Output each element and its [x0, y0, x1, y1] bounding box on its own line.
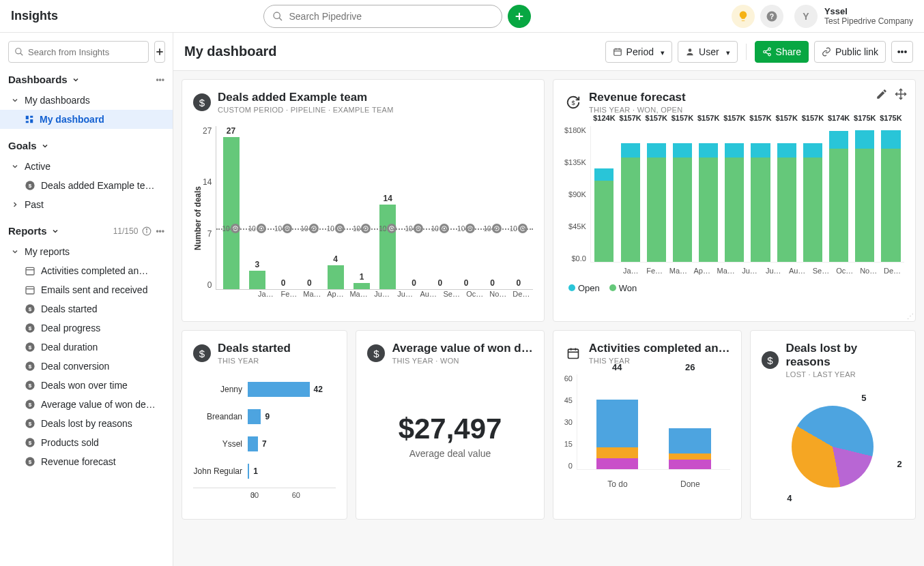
- card-deals-lost: $ Deals lost by reasons LOST · LAST YEAR…: [750, 330, 916, 520]
- sidebar-search-input[interactable]: [28, 47, 143, 57]
- chevron-right-icon: [11, 200, 19, 209]
- dollar-icon: $: [25, 437, 35, 448]
- legend: Open Won: [564, 283, 904, 293]
- goals-section[interactable]: Goals: [0, 134, 173, 157]
- svg-rect-21: [26, 286, 34, 294]
- avatar: Y: [794, 5, 818, 28]
- goal-item[interactable]: $ Deals added Example te…: [0, 176, 173, 195]
- more-icon[interactable]: •••: [156, 226, 164, 236]
- report-item[interactable]: $Deal duration: [0, 338, 173, 357]
- svg-point-62: [365, 228, 367, 230]
- search-icon: [14, 47, 24, 57]
- report-item[interactable]: Emails sent and received: [0, 280, 173, 299]
- report-item[interactable]: $Deals won over time: [0, 376, 173, 395]
- reports-count: 11/150: [113, 226, 139, 236]
- report-item[interactable]: Activities completed an…: [0, 261, 173, 280]
- average-value-display: $27,497 Average deal value: [367, 368, 532, 504]
- help-icon[interactable]: ?: [760, 5, 783, 28]
- svg-point-72: [495, 228, 497, 230]
- chevron-down-icon: [11, 96, 19, 104]
- chevron-down-icon: [51, 227, 59, 235]
- card-subtitle: THIS YEAR: [589, 357, 730, 365]
- dollar-icon: $: [25, 323, 35, 333]
- svg-text:$: $: [29, 325, 32, 331]
- calendar-icon: [564, 344, 582, 362]
- calendar-icon: [25, 284, 35, 295]
- report-label: Average value of won de…: [41, 399, 156, 410]
- report-item[interactable]: $Deal progress: [0, 318, 173, 338]
- revenue-forecast-chart: $180K$135K$90K$45K$0.0 $124K$157K$157K$1…: [564, 126, 904, 293]
- user-company: Test Pipedrive Company: [824, 16, 913, 26]
- dashboards-section[interactable]: Dashboards •••: [0, 68, 173, 91]
- card-subtitle: LOST · LAST YEAR: [785, 370, 904, 378]
- svg-point-47: [763, 50, 766, 53]
- sidebar-search[interactable]: [8, 41, 149, 63]
- topbar: Insights ? Y Yssel Test Pipedrive Compan…: [0, 0, 924, 33]
- report-item[interactable]: $Average value of won de…: [0, 395, 173, 414]
- svg-point-46: [768, 48, 770, 50]
- sidebar: Dashboards ••• My dashboards My dashboar…: [0, 33, 173, 566]
- big-number-label: Average deal value: [409, 448, 491, 459]
- report-label: Deal conversion: [41, 361, 109, 372]
- period-dropdown[interactable]: Period: [605, 41, 672, 63]
- svg-rect-10: [26, 116, 29, 119]
- my-reports-folder[interactable]: My reports: [0, 242, 173, 261]
- public-link-button[interactable]: Public link: [814, 41, 886, 63]
- svg-point-70: [470, 228, 472, 230]
- svg-line-1: [279, 18, 282, 20]
- report-item[interactable]: $Revenue forecast: [0, 452, 173, 471]
- info-icon[interactable]: [142, 226, 151, 236]
- dollar-icon: $: [367, 344, 385, 362]
- report-item[interactable]: $Deals started: [0, 299, 173, 318]
- svg-point-68: [444, 228, 446, 230]
- goals-past-folder[interactable]: Past: [0, 195, 173, 214]
- more-menu-button[interactable]: •••: [891, 41, 913, 63]
- edit-icon[interactable]: [876, 88, 888, 100]
- add-button[interactable]: [508, 5, 531, 28]
- svg-text:$: $: [29, 383, 32, 389]
- report-item[interactable]: $Deals lost by reasons: [0, 414, 173, 433]
- svg-point-18: [147, 228, 147, 229]
- global-search[interactable]: [263, 5, 502, 28]
- tips-icon[interactable]: [732, 5, 755, 28]
- dollar-icon: $: [762, 351, 779, 369]
- card-title: Activities completed an…: [589, 342, 730, 355]
- calendar-icon: [613, 47, 622, 57]
- svg-point-74: [521, 228, 523, 230]
- search-icon: [272, 11, 283, 22]
- card-title: Average value of won d…: [392, 342, 532, 355]
- page-title: My dashboard: [184, 44, 600, 59]
- sidebar-item-my-dashboard[interactable]: My dashboard: [0, 110, 173, 129]
- svg-text:$: $: [29, 183, 32, 189]
- more-icon[interactable]: •••: [156, 75, 164, 85]
- svg-point-45: [689, 48, 692, 52]
- activities-chart: 604530150 4426 To doDone: [564, 374, 730, 497]
- user-menu[interactable]: Y Yssel Test Pipedrive Company: [794, 5, 913, 28]
- user-dropdown[interactable]: User: [678, 41, 738, 63]
- main-content: My dashboard Period User Share Public li…: [173, 33, 924, 566]
- report-item[interactable]: $Products sold: [0, 433, 173, 452]
- deals-started-chart: Jenny42Breandan9Yssel7John Regular103060: [193, 376, 336, 498]
- svg-text:$: $: [29, 363, 32, 370]
- share-button[interactable]: Share: [755, 41, 809, 63]
- link-icon: [822, 47, 831, 57]
- svg-rect-76: [568, 349, 578, 358]
- card-subtitle: THIS YEAR · WON: [392, 357, 532, 365]
- card-title: Deals started: [218, 342, 291, 355]
- svg-point-6: [16, 48, 21, 54]
- sidebar-add-button[interactable]: [154, 41, 165, 63]
- dollar-icon: $: [25, 303, 35, 314]
- my-dashboards-folder[interactable]: My dashboards: [0, 91, 173, 110]
- resize-handle-icon[interactable]: ⋰: [907, 312, 912, 320]
- dollar-icon: $: [25, 180, 35, 191]
- svg-point-56: [287, 228, 289, 230]
- goals-active-folder[interactable]: Active: [0, 157, 173, 176]
- global-search-input[interactable]: [289, 11, 493, 22]
- card-deals-started: $ Deals started THIS YEAR Jenny42Breanda…: [182, 330, 347, 520]
- card-title: Deals added Example team: [218, 91, 394, 104]
- report-item[interactable]: $Deal conversion: [0, 357, 173, 376]
- move-icon[interactable]: [895, 88, 907, 100]
- report-label: Emails sent and received: [41, 284, 147, 295]
- reports-section[interactable]: Reports 11/150 •••: [0, 220, 173, 242]
- svg-line-49: [766, 49, 768, 50]
